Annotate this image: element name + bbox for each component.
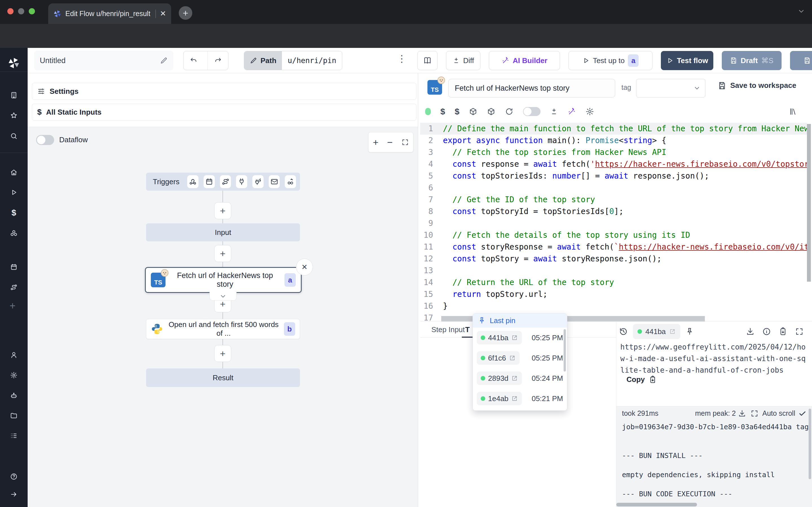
package-icon[interactable] (469, 107, 477, 116)
sidebar-settings-icon[interactable] (10, 372, 17, 379)
all-static-inputs-bar[interactable]: $ All Static Inputs (32, 104, 416, 121)
kafka-trigger-icon[interactable] (252, 175, 264, 188)
triggers-node[interactable]: Triggers (146, 173, 300, 191)
package-lock-icon[interactable] (487, 107, 495, 116)
zoom-out-icon[interactable]: − (387, 137, 393, 148)
external-link-icon[interactable] (669, 328, 676, 335)
redo-button[interactable] (207, 51, 228, 70)
sidebar-variables-icon[interactable]: $ (10, 208, 17, 217)
resources-icon[interactable]: $ (455, 107, 460, 116)
flow-more-kebab-icon[interactable]: ⋮ (397, 53, 407, 64)
sidebar-resources-icon[interactable] (10, 230, 17, 237)
sidebar-workspace-icon[interactable] (10, 92, 17, 99)
edit-name-pencil-icon[interactable] (160, 57, 168, 64)
tag-select[interactable] (636, 79, 705, 98)
reset-icon[interactable] (505, 107, 513, 116)
pin-list-item[interactable]: 6f1c6 05:25 PM (473, 348, 567, 368)
add-step-button[interactable]: + (214, 202, 231, 219)
sidebar-schedules-icon[interactable] (10, 263, 17, 271)
sidebar-workers-icon[interactable] (10, 392, 17, 399)
code-line[interactable]: 11 const storyResponse = await fetch(`ht… (420, 241, 807, 253)
variables-icon[interactable]: $ (441, 107, 445, 116)
code-line[interactable]: 12 const topStory = await storyResponse.… (420, 253, 807, 265)
docs-button[interactable] (417, 51, 438, 70)
expand-icon[interactable] (795, 327, 804, 336)
sidebar-search-icon[interactable] (10, 132, 17, 140)
schedule-trigger-icon[interactable] (204, 175, 215, 188)
code-line[interactable]: 4 const response = await fetch('https://… (420, 158, 807, 170)
edit-path-button[interactable]: Path (244, 51, 282, 70)
poll-trigger-icon[interactable] (285, 175, 296, 188)
log-lines[interactable]: job=019634e7-9d30-b7cb-1e89-03a64ed441ba… (622, 422, 810, 499)
new-tab-button[interactable]: + (179, 6, 192, 20)
job-id-pill[interactable]: 441ba (477, 331, 522, 344)
step-b-node[interactable]: Open url and fetch first 500 words of ..… (146, 319, 300, 339)
code-line[interactable]: 6 (420, 182, 807, 194)
zoom-in-icon[interactable]: + (373, 137, 378, 148)
sidebar-triggers-icon[interactable] (10, 284, 17, 291)
code-editor[interactable]: 1// Define the main function to fetch th… (420, 123, 807, 321)
flow-canvas[interactable]: Dataflow + − + + + + Triggers (28, 127, 418, 507)
fit-view-icon[interactable] (402, 138, 409, 146)
expand-step-chevron[interactable] (209, 292, 237, 300)
step-a-node[interactable]: TS Fetch url of HackerNews top story a (145, 267, 302, 293)
tab-close-icon[interactable]: ✕ (160, 9, 166, 18)
test-up-to-step-badge[interactable]: a (628, 54, 639, 67)
code-line[interactable]: 16} (420, 300, 807, 312)
test-up-to-button[interactable]: Test up to a (568, 51, 652, 70)
email-trigger-icon[interactable] (269, 175, 280, 188)
result-job-pill[interactable]: 441ba (633, 324, 680, 339)
flow-name-input[interactable]: Untitled (34, 51, 173, 70)
add-step-button[interactable]: + (214, 245, 231, 262)
dropdown-scrollbar[interactable] (564, 329, 566, 372)
external-link-icon[interactable] (511, 375, 518, 382)
info-icon[interactable] (762, 327, 771, 336)
traffic-light-zoom[interactable] (29, 8, 35, 14)
traffic-light-close[interactable] (7, 8, 13, 14)
logs-vertical-scrollbar[interactable] (809, 409, 811, 479)
sidebar-expand-icon[interactable] (10, 491, 17, 498)
tab-step-input[interactable]: Step Input (432, 325, 465, 334)
sidebar-home-icon[interactable] (10, 169, 17, 176)
undo-button[interactable] (184, 51, 204, 70)
sidebar-help-icon[interactable] (10, 473, 17, 480)
code-vertical-scrollbar[interactable] (807, 124, 811, 282)
sidebar-runs-icon[interactable] (10, 189, 17, 196)
download-logs-icon[interactable] (738, 409, 746, 417)
last-pin-item[interactable]: Last pin (473, 314, 567, 328)
sidebar-favorites-icon[interactable] (10, 112, 17, 119)
test-flow-button[interactable]: Test flow (661, 51, 713, 70)
history-icon[interactable] (619, 327, 628, 336)
step-title-input[interactable]: Fetch url of HackerNews top story (448, 79, 615, 98)
job-id-pill[interactable]: 2893d (477, 372, 522, 385)
external-link-icon[interactable] (511, 395, 518, 402)
editor-toggle[interactable] (523, 107, 541, 116)
job-id-pill[interactable]: 6f1c6 (477, 351, 520, 365)
code-line[interactable]: 8 const topStoryId = topStoriesIds[0]; (420, 206, 807, 217)
websocket-trigger-icon[interactable] (236, 175, 247, 188)
code-line[interactable]: 15 return topStory.url; (420, 288, 807, 300)
code-line[interactable]: 13 (420, 265, 807, 277)
pin-list-item[interactable]: 1e4ab 05:21 PM (473, 388, 567, 409)
code-line[interactable]: 2export async function main(): Promise<s… (420, 135, 807, 147)
tab-test-this-step[interactable]: T (465, 325, 470, 334)
external-link-icon[interactable] (511, 334, 518, 341)
input-node[interactable]: Input (146, 223, 300, 241)
library-icon[interactable] (789, 107, 797, 116)
external-link-icon[interactable] (509, 355, 516, 361)
http-route-trigger-icon[interactable] (220, 175, 231, 188)
result-url[interactable]: https://www.geoffreylitt.com/2025/04/12/… (620, 341, 806, 376)
result-node[interactable]: Result (146, 369, 300, 387)
expand-logs-icon[interactable] (751, 409, 758, 417)
diff-button[interactable]: Diff (446, 51, 480, 70)
code-line[interactable]: 1// Define the main function to fetch th… (420, 123, 807, 135)
draft-button[interactable]: Draft ⌘S (722, 51, 781, 70)
deploy-button[interactable]: Deploy (790, 51, 812, 70)
add-step-button[interactable]: + (214, 345, 231, 362)
pin-list-item[interactable]: 2893d 05:24 PM (473, 368, 567, 388)
tab-search-chevron-icon[interactable] (797, 7, 805, 15)
diff-mode-icon[interactable] (550, 108, 558, 115)
ai-assist-wand-icon[interactable] (567, 107, 576, 116)
remove-step-button[interactable]: ✕ (296, 259, 313, 276)
code-line[interactable]: 7 // Get the ID of the top story (420, 194, 807, 206)
